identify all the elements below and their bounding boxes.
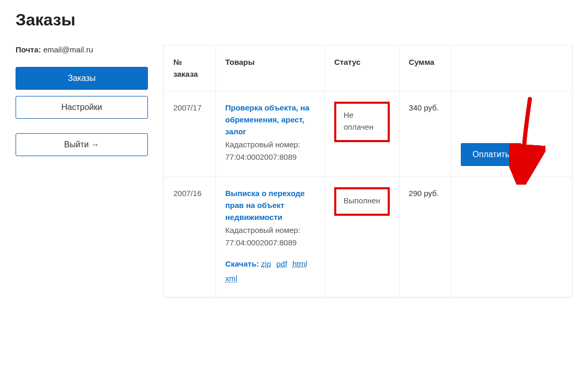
order-products: Выписка о переходе прав на объект недвиж… — [216, 176, 325, 297]
col-header-products: Товары — [216, 46, 325, 91]
col-header-sum: Сумма — [399, 46, 451, 91]
download-link-html[interactable]: html — [292, 259, 307, 268]
status-badge: Не оплачен — [334, 102, 390, 143]
order-number: 2007/16 — [164, 176, 216, 297]
col-header-status: Статус — [325, 46, 400, 91]
order-number: 2007/17 — [164, 91, 216, 176]
product-subtext: Кадастровый номер: 77:04:0002007:8089 — [225, 138, 315, 163]
order-sum: 290 руб. — [399, 176, 451, 297]
orders-table: № заказа Товары Статус Сумма 2007/17 Про… — [163, 45, 572, 297]
order-action-cell: Оплатить — [451, 91, 572, 176]
nav-logout[interactable]: Выйти → — [16, 133, 148, 156]
order-status-cell: Не оплачен — [325, 91, 400, 176]
download-link-zip[interactable]: zip — [261, 259, 271, 268]
order-products: Проверка объекта, на обременения, арест,… — [216, 91, 325, 176]
product-link[interactable]: Выписка о переходе прав на объект недвиж… — [225, 189, 305, 222]
pay-button[interactable]: Оплатить — [461, 143, 522, 166]
download-row: Скачать: zip pdf html xml — [225, 257, 315, 286]
nav-orders[interactable]: Заказы — [16, 67, 148, 90]
user-email: Почта: email@mail.ru — [16, 45, 148, 54]
email-label: Почта: — [16, 45, 41, 54]
col-header-action — [451, 46, 572, 91]
col-header-order-no: № заказа — [164, 46, 216, 91]
page-title: Заказы — [16, 10, 572, 30]
download-link-xml[interactable]: xml — [225, 274, 237, 283]
table-row: 2007/17 Проверка объекта, на обременения… — [164, 91, 572, 176]
order-status-cell: Выполнен — [325, 176, 400, 297]
product-subtext: Кадастровый номер: 77:04:0002007:8089 — [225, 224, 315, 248]
orders-panel: № заказа Товары Статус Сумма 2007/17 Про… — [163, 45, 572, 297]
download-label: Скачать: — [225, 259, 259, 268]
status-badge: Выполнен — [334, 187, 390, 216]
download-link-pdf[interactable]: pdf — [276, 259, 287, 268]
nav-settings[interactable]: Настройки — [16, 96, 148, 119]
email-value: email@mail.ru — [43, 45, 93, 54]
order-sum: 340 руб. — [399, 91, 451, 176]
table-row: 2007/16 Выписка о переходе прав на объек… — [164, 176, 572, 297]
sidebar: Почта: email@mail.ru Заказы Настройки Вы… — [16, 45, 148, 162]
order-action-cell — [451, 176, 572, 297]
product-link[interactable]: Проверка объекта, на обременения, арест,… — [225, 103, 309, 136]
